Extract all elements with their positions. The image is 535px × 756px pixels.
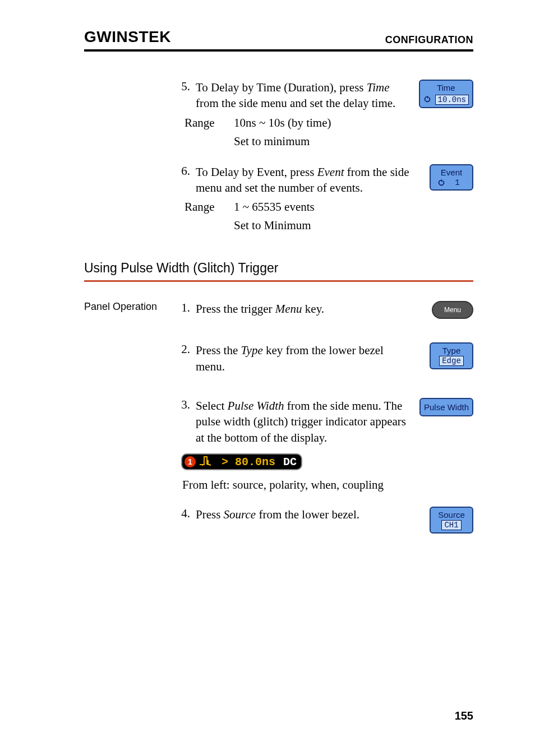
softkey-type[interactable]: Type Edge <box>430 342 473 369</box>
trigger-indicator: 1 > 80.0ns DC <box>181 453 302 470</box>
step-text: Press the Type key from the lower bezel … <box>196 342 412 374</box>
indicator-coupling: DC <box>283 456 297 469</box>
step-text: Press Source from the lower bezel. <box>196 507 412 522</box>
softkey-event[interactable]: Event 1 <box>430 164 473 191</box>
panel-operation-label: Panel Operation <box>84 301 177 313</box>
menu-hardkey[interactable]: Menu <box>432 301 473 319</box>
softkey-value: 1 <box>449 178 465 187</box>
softkey-value: Edge <box>439 356 464 366</box>
indicator-polarity-icon <box>199 454 218 469</box>
step-number: 1. <box>177 301 190 315</box>
step-number: 4. <box>177 507 190 521</box>
softkey-time[interactable]: Time 10.0ns <box>419 80 473 108</box>
step-number: 3. <box>177 398 190 412</box>
rotary-icon <box>437 179 445 187</box>
step-number: 2. <box>177 342 190 356</box>
range-note: Set to minimum <box>234 134 473 149</box>
range-label: Range <box>185 116 234 130</box>
softkey-label: Source <box>435 510 468 520</box>
brand-logo: GWINSTEK <box>84 28 171 46</box>
page-number: 155 <box>455 709 473 722</box>
step-text: To Delay by Event, press Event from the … <box>196 164 412 196</box>
rotary-icon <box>423 95 431 103</box>
softkey-source[interactable]: Source CH1 <box>430 507 473 534</box>
indicator-when: > 80.0ns <box>222 456 275 469</box>
range-value: 1 ~ 65535 events <box>234 200 473 214</box>
softkey-value: 10.0ns <box>435 95 469 105</box>
softkey-label: Event <box>434 168 469 177</box>
step-text: Press the trigger Menu key. <box>196 301 412 317</box>
softkey-label: Pulse Width <box>424 402 469 412</box>
softkey-pulse-width[interactable]: Pulse Width <box>419 398 473 416</box>
step-number: 6. <box>177 164 190 178</box>
section-name: CONFIGURATION <box>385 34 473 46</box>
section-title: Using Pulse Width (Glitch) Trigger <box>84 261 473 276</box>
softkey-value: CH1 <box>441 520 461 530</box>
step-number: 5. <box>177 80 190 94</box>
range-note: Set to Minimum <box>234 219 473 233</box>
indicator-caption: From left: source, polarity, when, coupl… <box>182 478 473 492</box>
section-rule <box>84 280 473 282</box>
range-label: Range <box>185 200 234 214</box>
step-text: To Delay by Time (Duration), press Time … <box>196 80 412 112</box>
hardkey-label: Menu <box>444 306 461 314</box>
step-text: Select Pulse Width from the side menu. T… <box>196 398 412 446</box>
indicator-source: 1 <box>185 456 196 467</box>
page-header: GWINSTEK CONFIGURATION <box>84 28 473 52</box>
softkey-label: Time <box>423 83 469 92</box>
softkey-label: Type <box>435 346 468 355</box>
range-value: 10ns ~ 10s (by time) <box>234 116 473 130</box>
